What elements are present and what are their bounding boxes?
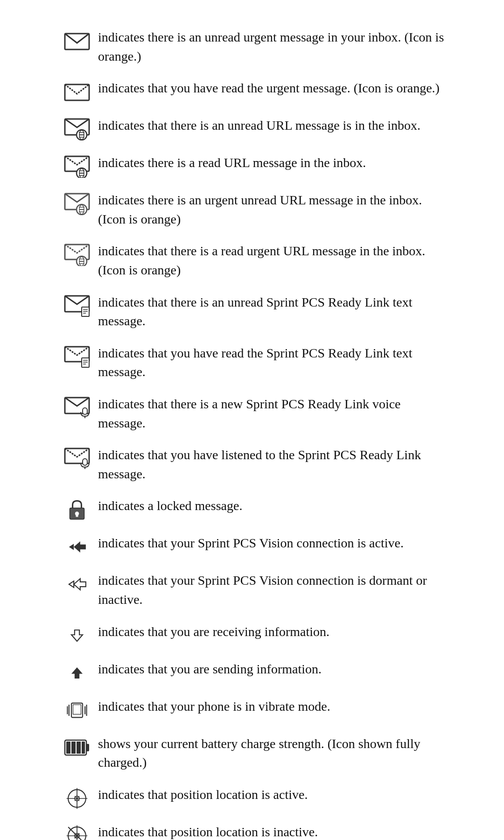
list-item: indicates that your phone is in vibrate …: [56, 697, 448, 721]
svg-marker-51: [69, 544, 74, 550]
svg-rect-36: [82, 358, 89, 367]
svg-marker-55: [71, 667, 83, 679]
list-item: indicates that you are sending informati…: [56, 660, 448, 684]
svg-marker-54: [71, 630, 83, 641]
item-text: indicates that there is a read urgent UR…: [98, 242, 448, 280]
item-text: indicates that there is an unread URL me…: [98, 116, 448, 135]
item-text: indicates there is a read URL message in…: [98, 154, 448, 173]
svg-rect-49: [76, 514, 78, 517]
svg-rect-41: [83, 408, 87, 414]
svg-rect-66: [77, 742, 81, 754]
arrow-receiving-icon: [56, 623, 98, 647]
svg-rect-63: [86, 744, 89, 751]
item-text: indicates there is an unread urgent mess…: [98, 28, 448, 66]
item-text: indicates that you have read the urgent …: [98, 79, 448, 98]
vibrate-icon: [56, 697, 98, 721]
list-item: indicates that you are receiving informa…: [56, 623, 448, 647]
list-item: indicates that you have listened to the …: [56, 446, 448, 483]
list-item: shows your current battery charge streng…: [56, 735, 448, 772]
list-item: indicates that there is a read urgent UR…: [56, 242, 448, 280]
list-item: indicates there is an unread urgent mess…: [56, 28, 448, 66]
list-item: indicates that there is a new Sprint PCS…: [56, 395, 448, 433]
envelope-read-url-icon: [56, 154, 98, 178]
item-text: shows your current battery charge streng…: [98, 735, 448, 772]
item-text: indicates that position location is acti…: [98, 785, 448, 805]
svg-marker-50: [74, 541, 86, 553]
vision-active-icon: [56, 534, 98, 558]
envelope-unread-urgent-icon: [56, 28, 98, 52]
envelope-unread-url-icon: [56, 116, 98, 140]
location-active-icon: [56, 785, 98, 810]
svg-rect-57: [73, 705, 81, 714]
list-item: indicates that there is an unread URL me…: [56, 116, 448, 140]
battery-icon: [56, 735, 98, 759]
svg-rect-67: [82, 742, 85, 754]
envelope-read-urgent-url-icon: [56, 242, 98, 266]
envelope-unread-voice-icon: [56, 395, 98, 419]
location-inactive-icon: [56, 823, 98, 840]
list-item: indicates there is an urgent unread URL …: [56, 191, 448, 229]
item-text: indicates there is an urgent unread URL …: [98, 191, 448, 229]
list-item: indicates that your Sprint PCS Vision co…: [56, 571, 448, 609]
list-item: indicates that you have read the urgent …: [56, 79, 448, 103]
item-text: indicates that your phone is in vibrate …: [98, 697, 448, 716]
item-text: indicates that your Sprint PCS Vision co…: [98, 571, 448, 609]
envelope-read-sprint-icon: [56, 344, 98, 368]
list-item: indicates that your Sprint PCS Vision co…: [56, 534, 448, 558]
svg-rect-64: [66, 742, 70, 754]
lock-icon: [56, 497, 98, 521]
vision-dormant-icon: [56, 571, 98, 595]
list-item: indicates a locked message.: [56, 497, 448, 521]
page-content: indicates there is an unread urgent mess…: [0, 0, 504, 840]
arrow-sending-icon: [56, 660, 98, 684]
item-text: indicates that you are sending informati…: [98, 660, 448, 679]
item-text: indicates that there is an unread Sprint…: [98, 293, 448, 331]
svg-rect-45: [83, 459, 87, 465]
svg-rect-65: [71, 742, 76, 754]
list-item: indicates there is a read URL message in…: [56, 154, 448, 178]
item-text: indicates a locked message.: [98, 497, 448, 516]
item-text: indicates that there is a new Sprint PCS…: [98, 395, 448, 433]
envelope-read-urgent-icon: [56, 79, 98, 103]
item-text: indicates that you have read the Sprint …: [98, 344, 448, 382]
item-text: indicates that you are receiving informa…: [98, 623, 448, 642]
envelope-read-voice-icon: [56, 446, 98, 470]
svg-rect-30: [82, 307, 89, 316]
envelope-unread-sprint-icon: [56, 293, 98, 317]
item-text: indicates that you have listened to the …: [98, 446, 448, 483]
list-item: indicates that position location is acti…: [56, 785, 448, 810]
item-text: indicates that position location is inac…: [98, 823, 448, 840]
item-text: indicates that your Sprint PCS Vision co…: [98, 534, 448, 553]
envelope-urgent-unread-url-icon: [56, 191, 98, 215]
list-item: indicates that there is an unread Sprint…: [56, 293, 448, 331]
list-item: indicates that position location is inac…: [56, 823, 448, 840]
list-item: indicates that you have read the Sprint …: [56, 344, 448, 382]
svg-marker-52: [74, 579, 86, 590]
